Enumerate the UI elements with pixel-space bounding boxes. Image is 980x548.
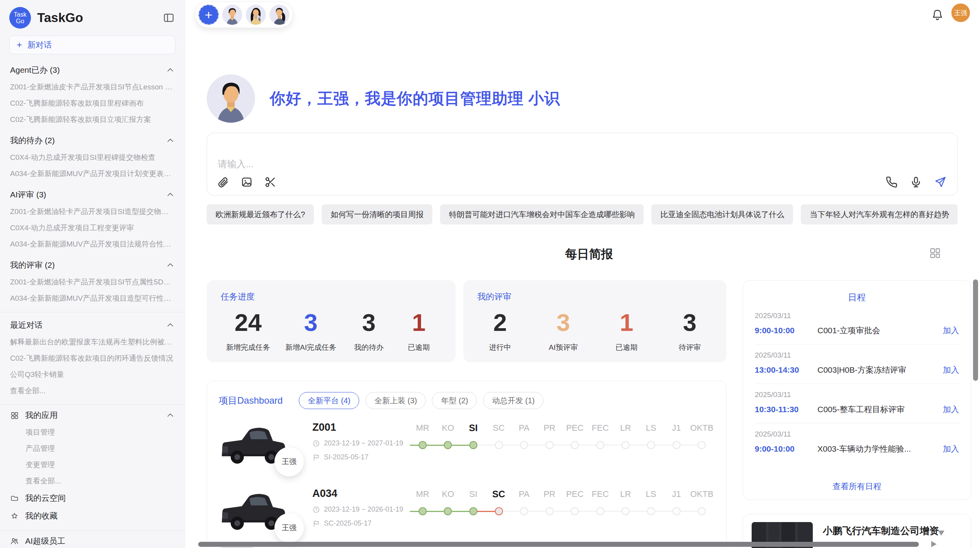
image-upload-icon[interactable]	[241, 176, 253, 188]
scroll-right-arrow[interactable]	[931, 541, 937, 547]
event-join-link[interactable]: 加入	[943, 404, 959, 415]
notification-bell-icon[interactable]	[931, 9, 944, 21]
milestone-label: SC	[486, 488, 512, 502]
sidebar-app-item[interactable]: 变更管理	[10, 457, 175, 473]
sidebar-item[interactable]: Z001-全新燃油轻卡产品开发项目SI节点属性5D文件评审	[10, 274, 175, 290]
sidebar-item[interactable]: Z001-全新燃油皮卡产品开发项目SI节点Lesson Learn报告	[10, 79, 175, 95]
sidebar-item-my-apps[interactable]: 我的应用	[10, 406, 175, 424]
event-join-link[interactable]: 加入	[943, 444, 959, 454]
sidebar-row-label: AI超级员工	[25, 536, 175, 546]
horizontal-scrollbar-thumb[interactable]	[198, 542, 919, 547]
dashboard-filter-pill[interactable]: 全新平台 (4)	[299, 392, 359, 409]
sidebar-view-all[interactable]: 查看全部...	[10, 473, 175, 489]
dashboard-filter-pill[interactable]: 动总开发 (1)	[483, 392, 543, 409]
stat-columns: 24新增完成任务3新增AI完成任务3我的待办1已逾期	[221, 307, 442, 353]
sidebar-item[interactable]: C0X4-动力总成开发项目SI里程碑提交物检查	[10, 149, 175, 166]
dashboard-filter-pill[interactable]: 全新上装 (3)	[365, 392, 426, 409]
sidebar-item-ai-staff[interactable]: AI超级员工	[10, 532, 175, 548]
event-join-link[interactable]: 加入	[943, 325, 959, 336]
dashboard-filter-pill[interactable]: 年型 (2)	[432, 392, 477, 409]
sidebar-item-recent[interactable]: 公司Q3轻卡销量	[10, 366, 175, 383]
sidebar-section-header[interactable]: 最近对话	[10, 316, 175, 334]
milestone-label: MR	[410, 422, 435, 436]
briefing-columns: 任务进度24新增完成任务3新增AI完成任务3我的待办1已逾期我的评审2进行中3A…	[207, 280, 971, 548]
sidebar-item[interactable]: A034-全新新能源MUV产品开发项目法规符合性评审	[10, 236, 175, 252]
sidebar-item-recent[interactable]: 解释最新出台的欧盟报废车法规再生塑料比例被调至15%...	[10, 334, 175, 350]
sidebar-item[interactable]: Z001-全新燃油轻卡产品开发项目SI造型提交物评审	[10, 204, 175, 220]
sidebar-item[interactable]: A034-全新新能源MUV产品开发项目造型可行性评审	[10, 290, 175, 307]
sidebar-section-header[interactable]: 我的评审 (2)	[10, 256, 175, 274]
sidebar-item-favorites[interactable]: 我的收藏	[10, 507, 175, 525]
sidebar-item-recent[interactable]: C02-飞腾新能源轻客改款项目的闭环通告反馈情况	[10, 350, 175, 366]
sidebar-item[interactable]: C02-飞腾新能源轻客改款项目里程碑画布	[10, 95, 175, 111]
milestone-node-cell	[435, 506, 461, 516]
sidebar-section-header[interactable]: Agent已办 (3)	[10, 61, 175, 79]
milestone-label: SI	[461, 488, 486, 502]
milestone-label: FEC	[588, 422, 613, 436]
attachment-icon[interactable]	[217, 176, 229, 188]
new-chat-button[interactable]: + 新对话	[9, 36, 175, 54]
send-icon[interactable]	[934, 176, 946, 188]
user-avatar[interactable]: 王强	[951, 3, 970, 22]
event-date: 2025/03/11	[755, 390, 959, 399]
sidebar-section-header[interactable]: AI评审 (3)	[10, 186, 175, 204]
microphone-icon[interactable]	[910, 176, 922, 188]
screenshot-icon[interactable]	[264, 176, 276, 188]
sidebar-section-header[interactable]: 我的待办 (2)	[10, 132, 175, 149]
milestone-label: LS	[638, 488, 664, 502]
scroll-down-arrow[interactable]	[938, 531, 944, 536]
input-attachments	[217, 176, 276, 188]
milestone-node	[495, 441, 503, 449]
agent-avatar-group: +	[195, 2, 293, 28]
project-row[interactable]: 王强Z0012023-12-19 ~ 2027-01-19SI-2025-05-…	[219, 421, 714, 470]
chat-input[interactable]: 请输入...	[207, 133, 958, 195]
sidebar-item[interactable]: A034-全新新能源MUV产品开发项目计划变更表编写	[10, 166, 175, 182]
agent-avatar-2[interactable]	[246, 5, 266, 25]
schedule-view-all[interactable]: 查看所有日程	[755, 481, 959, 493]
milestone-label: J1	[664, 422, 689, 436]
voice-call-icon[interactable]	[886, 176, 898, 188]
stat-value: 3	[351, 307, 386, 338]
main-content: 你好，王强，我是你的项目管理助理 小识 请输入... 欧洲新规最近颁布了什么?如…	[185, 31, 980, 548]
sidebar-section-label: 我的待办 (2)	[10, 135, 55, 146]
milestone-label: PR	[537, 422, 562, 436]
milestone-node	[444, 507, 452, 515]
event-join-link[interactable]: 加入	[943, 365, 959, 375]
stat-value: 24	[226, 307, 270, 338]
milestone-node-cell	[638, 440, 664, 450]
milestone-node-cell	[435, 440, 461, 450]
project-owner-badge: 王强	[274, 447, 304, 476]
suggestion-chip[interactable]: 欧洲新规最近颁布了什么?	[207, 204, 314, 224]
stat-item: 3AI预评审	[546, 307, 581, 353]
assistant-avatar	[207, 74, 255, 123]
agent-avatar-1[interactable]	[222, 5, 242, 25]
suggestion-chip[interactable]: 特朗普可能对进口汽车增税会对中国车企造成哪些影响	[440, 204, 644, 224]
people-icon	[10, 537, 19, 546]
vertical-scrollbar-thumb[interactable]	[973, 279, 978, 381]
add-agent-button[interactable]: +	[199, 5, 219, 25]
sidebar-item-cloud-space[interactable]: 我的云空间	[10, 489, 175, 507]
milestone-node-cell	[410, 440, 435, 450]
sidebar-item[interactable]: C02-飞腾新能源轻客改款项目立项汇报方案	[10, 111, 175, 128]
stats-row: 任务进度24新增完成任务3新增AI完成任务3我的待办1已逾期我的评审2进行中3A…	[207, 280, 726, 362]
milestone-node	[520, 507, 528, 515]
suggestion-chip[interactable]: 比亚迪全固态电池计划具体说了什么	[651, 204, 793, 224]
suggestion-chip[interactable]: 如何写一份清晰的项目周报	[322, 204, 432, 224]
agent-avatar-3[interactable]	[269, 5, 290, 25]
project-row[interactable]: 王强A0342023-12-19 ~ 2026-01-19SC-2025-05-…	[219, 487, 714, 536]
schedule-title: 日程	[755, 291, 959, 303]
project-info: A0342023-12-19 ~ 2026-01-19SC-2025-05-17	[312, 487, 410, 527]
milestone-node-cell	[638, 506, 664, 516]
sidebar-collapse-icon[interactable]	[163, 12, 175, 24]
suggestion-chip[interactable]: 当下年轻人对汽车外观有怎样的喜好趋势	[801, 204, 958, 224]
milestone-node	[444, 441, 452, 449]
sidebar-app-item[interactable]: 产品管理	[10, 440, 175, 457]
sidebar-app-item[interactable]: 项目管理	[10, 424, 175, 440]
stat-card-title: 我的评审	[477, 291, 713, 303]
layout-grid-icon[interactable]	[929, 247, 941, 259]
sidebar-item[interactable]: C0X4-动力总成开发项目工程变更评审	[10, 220, 175, 236]
sidebar-view-all[interactable]: 查看全部...	[10, 383, 175, 399]
chevron-up-icon	[166, 261, 175, 269]
milestone-nodes	[410, 440, 714, 450]
event-row: 13:00-14:30C003|H0B-方案冻结评审加入	[755, 365, 959, 375]
